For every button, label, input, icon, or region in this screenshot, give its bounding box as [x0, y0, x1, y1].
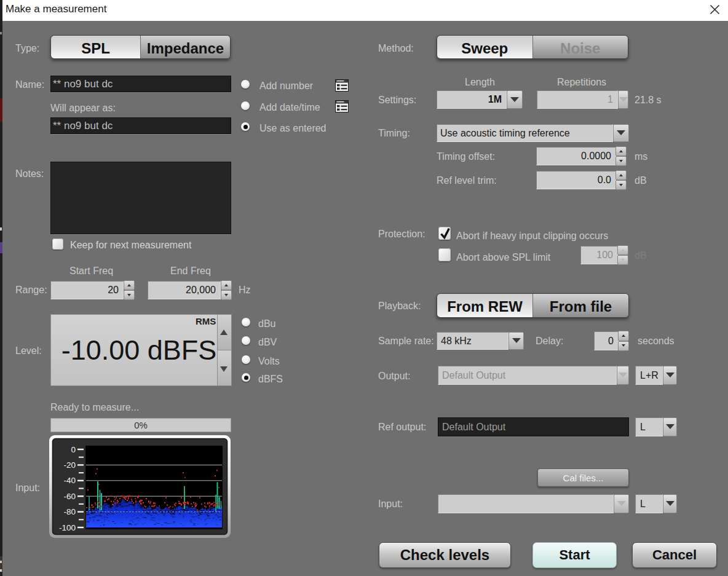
svg-text:-80: -80 [63, 507, 76, 516]
svg-text:0: 0 [71, 445, 76, 454]
svg-text:-20: -20 [63, 460, 76, 470]
svg-text:-60: -60 [63, 492, 76, 501]
svg-text:-40: -40 [63, 476, 76, 485]
svg-text:-100: -100 [59, 523, 76, 532]
